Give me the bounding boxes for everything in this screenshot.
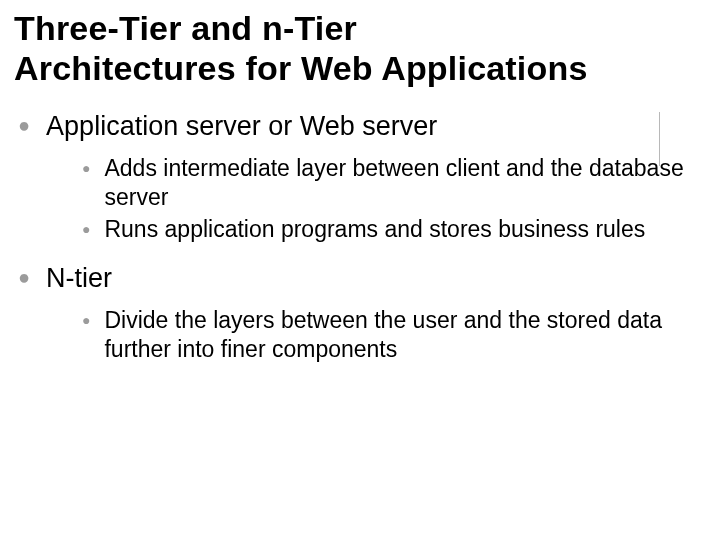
decorative-vertical-line bbox=[659, 112, 660, 166]
bullet-level1: ● N-tier bbox=[18, 262, 706, 296]
level2-text: Runs application programs and stores bus… bbox=[104, 215, 645, 244]
level1-text: Application server or Web server bbox=[46, 110, 437, 144]
slide: Three-Tier and n-Tier Architectures for … bbox=[0, 0, 720, 540]
level2-text: Divide the layers between the user and t… bbox=[104, 306, 706, 364]
circle-bullet-icon: ● bbox=[18, 110, 30, 140]
bullet-level1: ● Application server or Web server bbox=[18, 110, 706, 144]
sub-bullets: ● Divide the layers between the user and… bbox=[82, 306, 706, 364]
sub-bullets: ● Adds intermediate layer between client… bbox=[82, 154, 706, 244]
circle-bullet-icon: ● bbox=[82, 215, 90, 243]
bullet-level2: ● Runs application programs and stores b… bbox=[82, 215, 706, 244]
circle-bullet-icon: ● bbox=[82, 306, 90, 334]
level2-text: Adds intermediate layer between client a… bbox=[104, 154, 706, 212]
slide-content: ● Application server or Web server ● Add… bbox=[14, 110, 706, 363]
bullet-level2: ● Adds intermediate layer between client… bbox=[82, 154, 706, 212]
circle-bullet-icon: ● bbox=[82, 154, 90, 182]
title-line2: Architectures for Web Applications bbox=[14, 49, 588, 87]
slide-title: Three-Tier and n-Tier Architectures for … bbox=[14, 8, 706, 88]
bullet-level2: ● Divide the layers between the user and… bbox=[82, 306, 706, 364]
circle-bullet-icon: ● bbox=[18, 262, 30, 292]
level1-text: N-tier bbox=[46, 262, 112, 296]
title-line1: Three-Tier and n-Tier bbox=[14, 9, 357, 47]
